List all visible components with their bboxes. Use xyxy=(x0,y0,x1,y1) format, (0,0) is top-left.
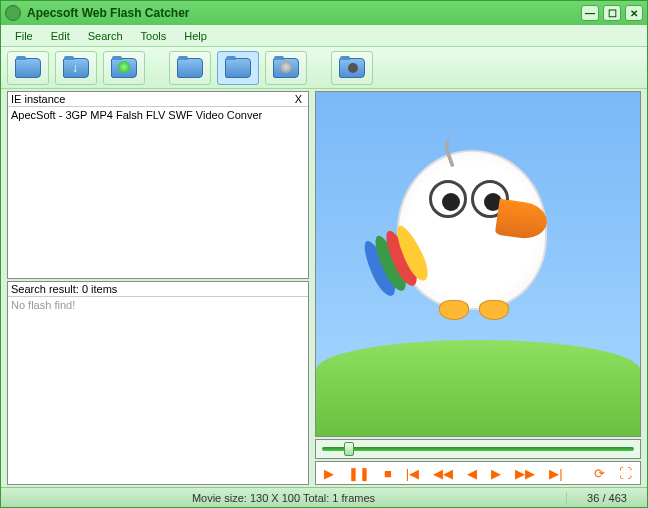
menu-tools[interactable]: Tools xyxy=(133,28,175,44)
slider-track[interactable] xyxy=(322,447,634,451)
ie-instance-item[interactable]: ApecSoft - 3GP MP4 Falsh FLV SWF Video C… xyxy=(11,108,305,122)
menu-file[interactable]: File xyxy=(7,28,41,44)
playback-controls: ▶ ❚❚ ■ |◀ ◀◀ ◀ ▶ ▶▶ ▶| ⟳ ⛶ xyxy=(315,461,641,485)
left-panel: IE instance X ApecSoft - 3GP MP4 Falsh F… xyxy=(7,91,309,485)
step-fwd-button[interactable]: ▶ xyxy=(491,466,501,481)
fullscreen-button[interactable]: ⛶ xyxy=(619,466,632,481)
app-icon xyxy=(5,5,21,21)
menu-search[interactable]: Search xyxy=(80,28,131,44)
status-movie-info: Movie size: 130 X 100 Total: 1 frames xyxy=(1,492,567,504)
status-frame-count: 36 / 463 xyxy=(567,492,647,504)
fast-fwd-button[interactable]: ▶▶ xyxy=(515,466,535,481)
loop-button[interactable]: ⟳ xyxy=(594,466,605,481)
maximize-button[interactable]: ☐ xyxy=(603,5,621,21)
folder-button-1[interactable] xyxy=(169,51,211,85)
play-button[interactable]: ▶ xyxy=(324,466,334,481)
folder-button-2[interactable] xyxy=(217,51,259,85)
stop-button[interactable]: ■ xyxy=(384,466,392,481)
folder-icon xyxy=(15,58,41,78)
first-button[interactable]: |◀ xyxy=(406,466,419,481)
statusbar: Movie size: 130 X 100 Total: 1 frames 36… xyxy=(1,487,647,507)
pause-button[interactable]: ❚❚ xyxy=(348,466,370,481)
open-folder-button[interactable] xyxy=(7,51,49,85)
last-button[interactable]: ▶| xyxy=(549,466,562,481)
download-icon xyxy=(63,58,89,78)
ie-panel-title: IE instance xyxy=(11,93,65,105)
preview-area xyxy=(315,91,641,437)
ie-panel-close[interactable]: X xyxy=(292,93,305,105)
toolbar xyxy=(1,47,647,89)
close-button[interactable]: ✕ xyxy=(625,5,643,21)
gear-icon xyxy=(339,58,365,78)
content-area: IE instance X ApecSoft - 3GP MP4 Falsh F… xyxy=(1,89,647,487)
app-window: Apecsoft Web Flash Catcher — ☐ ✕ File Ed… xyxy=(0,0,648,508)
seek-slider[interactable] xyxy=(315,439,641,459)
menubar: File Edit Search Tools Help xyxy=(1,25,647,47)
download-button[interactable] xyxy=(55,51,97,85)
web-button[interactable] xyxy=(103,51,145,85)
right-panel: ▶ ❚❚ ■ |◀ ◀◀ ◀ ▶ ▶▶ ▶| ⟳ ⛶ xyxy=(315,91,641,485)
search-result-panel: Search result: 0 items No flash find! xyxy=(7,281,309,485)
menu-help[interactable]: Help xyxy=(176,28,215,44)
clock-icon xyxy=(273,58,299,78)
titlebar: Apecsoft Web Flash Catcher — ☐ ✕ xyxy=(1,1,647,25)
bird-character xyxy=(397,150,547,310)
folder-icon xyxy=(177,58,203,78)
settings-button[interactable] xyxy=(331,51,373,85)
search-empty-text: No flash find! xyxy=(11,298,305,312)
preview-grass xyxy=(316,340,640,436)
globe-icon xyxy=(111,58,137,78)
menu-edit[interactable]: Edit xyxy=(43,28,78,44)
window-title: Apecsoft Web Flash Catcher xyxy=(27,6,581,20)
history-button[interactable] xyxy=(265,51,307,85)
minimize-button[interactable]: — xyxy=(581,5,599,21)
folder-icon xyxy=(225,58,251,78)
rewind-button[interactable]: ◀◀ xyxy=(433,466,453,481)
search-panel-title: Search result: 0 items xyxy=(11,283,117,295)
slider-thumb[interactable] xyxy=(344,442,354,456)
step-back-button[interactable]: ◀ xyxy=(467,466,477,481)
ie-instance-panel: IE instance X ApecSoft - 3GP MP4 Falsh F… xyxy=(7,91,309,279)
